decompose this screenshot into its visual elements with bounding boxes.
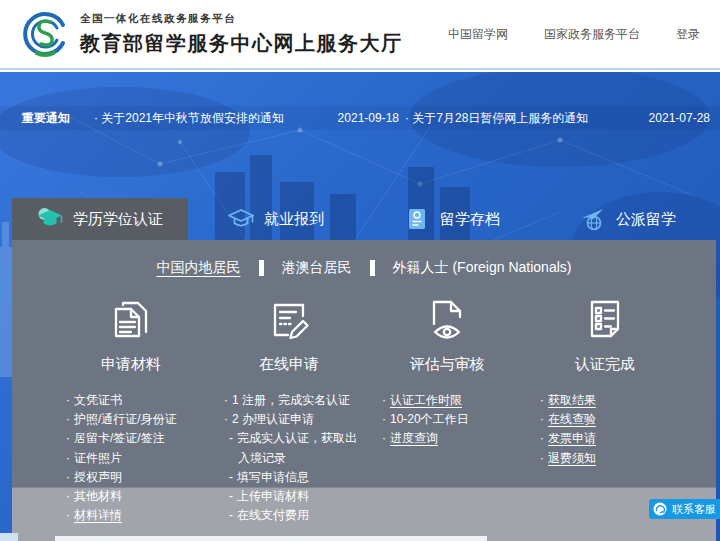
notice-date: 2021-07-28 bbox=[649, 111, 710, 125]
page-corner-edge bbox=[0, 533, 18, 541]
list-item: -填写申请信息 bbox=[229, 468, 368, 487]
nav-link-china-study-abroad[interactable]: 中国留学网 bbox=[448, 26, 508, 43]
notice-title[interactable]: · 关于7月28日暂停网上服务的通知 bbox=[405, 110, 588, 127]
platform-label: 全国一体化在线政务服务平台 bbox=[80, 12, 403, 26]
list-item-refund-notice[interactable]: ·退费须知 bbox=[540, 449, 684, 468]
list-item: -完成实人认证，获取出入境记录 bbox=[229, 429, 366, 467]
column-list: ·1 注册，完成实名认证 ·2 办理认证申请 -完成实人认证，获取出入境记录 -… bbox=[210, 391, 368, 525]
list-item-material-details[interactable]: ·材料详情 bbox=[66, 506, 210, 525]
separator bbox=[259, 260, 264, 276]
column-certification-complete: 认证完成 ·获取结果 ·在线查验 ·发票申请 ·退费须知 bbox=[526, 291, 684, 525]
list-item-get-result[interactable]: ·获取结果 bbox=[540, 391, 684, 410]
header-nav: 中国留学网 国家政务服务平台 登录 bbox=[448, 26, 706, 43]
list-item-online-verification[interactable]: ·在线查验 bbox=[540, 410, 684, 429]
tab-employment-registration[interactable]: 就业报到 bbox=[188, 198, 364, 240]
site-title-block: 全国一体化在线政务服务平台 教育部留学服务中心网上服务大厅 bbox=[80, 12, 403, 57]
tab-label: 学历学位认证 bbox=[73, 210, 163, 229]
tab-government-sponsored-study[interactable]: 公派留学 bbox=[540, 198, 716, 240]
checklist-icon bbox=[526, 291, 684, 349]
list-item: -在线支付费用 bbox=[229, 506, 368, 525]
process-columns: 申请材料 ·文凭证书 ·护照/通行证/身份证 ·居留卡/签证/签注 ·证件照片 … bbox=[12, 277, 716, 525]
tab-label: 就业报到 bbox=[264, 210, 324, 229]
tab-label: 留学存档 bbox=[440, 210, 500, 229]
documents-icon bbox=[52, 291, 210, 349]
column-list: ·获取结果 ·在线查验 ·发票申请 ·退费须知 bbox=[526, 391, 684, 468]
content-panel: 中国内地居民 港澳台居民 外籍人士 (Foreign Nationals) 申请… bbox=[12, 240, 716, 541]
subtab-hk-macao-taiwan-residents[interactable]: 港澳台居民 bbox=[282, 259, 352, 277]
list-item-progress-inquiry[interactable]: ·进度查询 bbox=[382, 429, 526, 448]
subtab-foreign-nationals[interactable]: 外籍人士 (Foreign Nationals) bbox=[393, 259, 572, 277]
column-evaluation-review: 评估与审核 ·认证工作时限 ·10-20个工作日 ·进度查询 bbox=[368, 291, 526, 525]
list-item: ·证件照片 bbox=[66, 449, 210, 468]
graduation-cap-icon bbox=[37, 206, 63, 232]
login-link[interactable]: 登录 bbox=[676, 26, 700, 43]
list-item: ·10-20个工作日 bbox=[382, 410, 526, 429]
notice-item[interactable]: · 关于7月28日暂停网上服务的通知 2021-07-28 bbox=[405, 110, 710, 127]
notice-bar-label: 重要通知 bbox=[22, 110, 94, 127]
column-application-materials: 申请材料 ·文凭证书 ·护照/通行证/身份证 ·居留卡/签证/签注 ·证件照片 … bbox=[52, 291, 210, 525]
next-section-edge bbox=[55, 536, 487, 541]
list-item: ·居留卡/签证/签注 bbox=[66, 429, 210, 448]
airplane-globe-icon bbox=[580, 206, 606, 232]
document-eye-icon bbox=[368, 291, 526, 349]
column-title: 评估与审核 bbox=[368, 355, 526, 374]
tab-label: 公派留学 bbox=[616, 210, 676, 229]
column-list: ·认证工作时限 ·10-20个工作日 ·进度查询 bbox=[368, 391, 526, 449]
column-title: 在线申请 bbox=[210, 355, 368, 374]
list-item: ·授权声明 bbox=[66, 468, 210, 487]
contact-button-label: 联系客服 bbox=[672, 502, 716, 517]
list-item: -上传申请材料 bbox=[229, 487, 368, 506]
column-list: ·文凭证书 ·护照/通行证/身份证 ·居留卡/签证/签注 ·证件照片 ·授权声明… bbox=[52, 391, 210, 525]
form-pencil-icon bbox=[210, 291, 368, 349]
column-title: 认证完成 bbox=[526, 355, 684, 374]
list-item: ·其他材料 bbox=[66, 487, 210, 506]
notice-item[interactable]: · 关于2021年中秋节放假安排的通知 2021-09-18 bbox=[94, 110, 399, 127]
notice-date: 2021-09-18 bbox=[338, 111, 399, 125]
site-logo-icon[interactable] bbox=[20, 9, 70, 59]
list-item: ·文凭证书 bbox=[66, 391, 210, 410]
archive-document-icon bbox=[404, 206, 430, 232]
customer-service-icon bbox=[653, 502, 667, 516]
list-item: ·护照/通行证/身份证 bbox=[66, 410, 210, 429]
list-item-invoice-request[interactable]: ·发票申请 bbox=[540, 429, 684, 448]
site-header: 全国一体化在线政务服务平台 教育部留学服务中心网上服务大厅 中国留学网 国家政务… bbox=[0, 0, 720, 70]
notice-title[interactable]: · 关于2021年中秋节放假安排的通知 bbox=[94, 110, 284, 127]
notice-bar: 重要通知 · 关于2021年中秋节放假安排的通知 2021-09-18 · 关于… bbox=[0, 106, 720, 130]
graduation-cap-icon bbox=[228, 206, 254, 232]
list-item-certification-time-limit[interactable]: ·认证工作时限 bbox=[382, 391, 526, 410]
column-online-application: 在线申请 ·1 注册，完成实名认证 ·2 办理认证申请 -完成实人认证，获取出入… bbox=[210, 291, 368, 525]
tab-degree-certification[interactable]: 学历学位认证 bbox=[12, 198, 188, 240]
page-title: 教育部留学服务中心网上服务大厅 bbox=[80, 30, 403, 57]
list-item: ·1 注册，完成实名认证 bbox=[224, 391, 368, 410]
column-title: 申请材料 bbox=[52, 355, 210, 374]
subtab-mainland-residents[interactable]: 中国内地居民 bbox=[157, 259, 241, 277]
contact-customer-service-button[interactable]: 联系客服 bbox=[649, 499, 720, 519]
nav-link-gov-service-platform[interactable]: 国家政务服务平台 bbox=[544, 26, 640, 43]
hero-section: 重要通知 · 关于2021年中秋节放假安排的通知 2021-09-18 · 关于… bbox=[0, 72, 720, 541]
list-item: ·2 办理认证申请 bbox=[224, 410, 368, 429]
separator bbox=[370, 260, 375, 276]
resident-subtabs: 中国内地居民 港澳台居民 外籍人士 (Foreign Nationals) bbox=[12, 240, 716, 277]
tab-study-abroad-archive[interactable]: 留学存档 bbox=[364, 198, 540, 240]
primary-tabs: 学历学位认证 就业报到 留学存档 bbox=[12, 198, 716, 240]
